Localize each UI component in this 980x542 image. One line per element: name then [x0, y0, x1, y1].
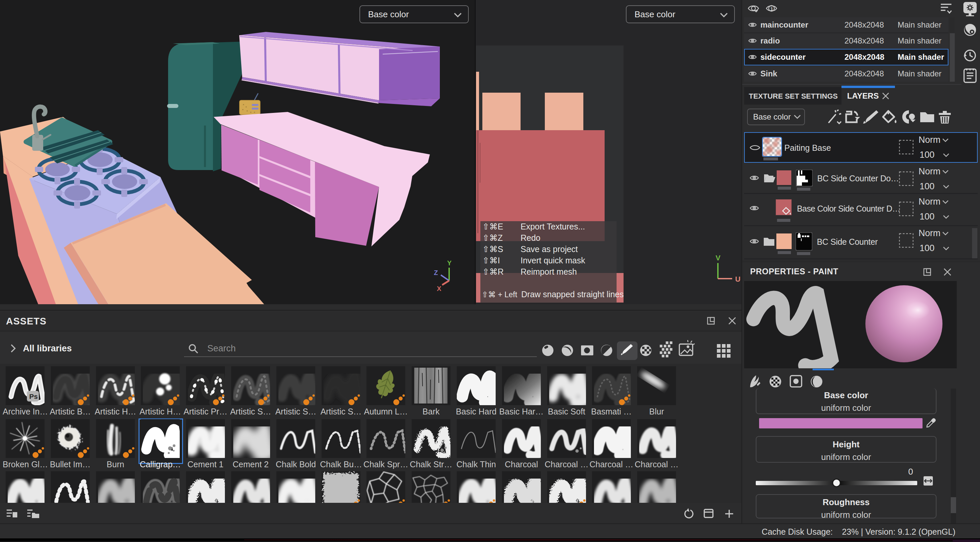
svg-text:Save as project: Save as project	[520, 245, 578, 254]
svg-text:Z: Z	[434, 269, 438, 276]
svg-text:Ps: Ps	[29, 393, 38, 400]
svg-text:⇧⌘E: ⇧⌘E	[482, 222, 503, 231]
svg-text:Reimport mesh: Reimport mesh	[520, 267, 577, 276]
svg-text:X: X	[437, 285, 442, 292]
svg-text:⇧⌘Z: ⇧⌘Z	[482, 233, 503, 242]
svg-text:Export Textures...: Export Textures...	[520, 222, 585, 231]
svg-text:Redo: Redo	[520, 233, 541, 242]
svg-text:Invert quick mask: Invert quick mask	[520, 256, 585, 265]
svg-text:⇧⌘R: ⇧⌘R	[482, 267, 504, 276]
svg-text:Y: Y	[447, 259, 452, 267]
svg-text:V: V	[716, 254, 721, 262]
svg-text:1: 1	[770, 6, 773, 12]
svg-text:Draw snapped straight lines: Draw snapped straight lines	[521, 289, 624, 299]
svg-text:⇧⌘S: ⇧⌘S	[482, 245, 503, 254]
svg-text:⇧⌘ + Left: ⇧⌘ + Left	[482, 290, 517, 299]
svg-text:U: U	[735, 275, 740, 283]
svg-text:⇧⌘I: ⇧⌘I	[482, 256, 500, 265]
